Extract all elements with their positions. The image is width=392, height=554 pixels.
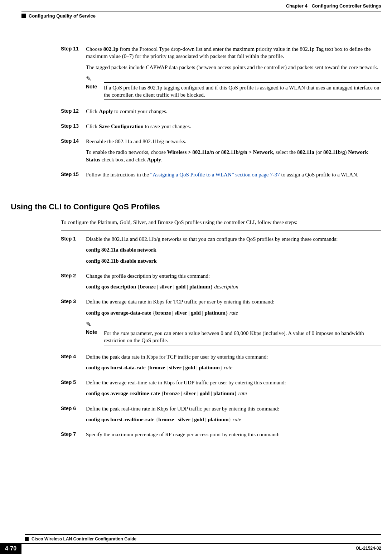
step-row: Step 15Follow the instructions in the “A… bbox=[61, 171, 381, 182]
step-row: Step 11Choose 802.1p from the Protocol T… bbox=[61, 45, 381, 103]
step-row: Step 14Reenable the 802.11a and 802.11b/… bbox=[61, 138, 381, 167]
step-body: Disable the 802.11a and 802.11b/g networ… bbox=[86, 235, 381, 268]
note-pencil-icon: ✎ bbox=[86, 74, 381, 83]
step-paragraph: Reenable the 802.11a and 802.11b/g netwo… bbox=[86, 138, 381, 145]
step-paragraph: Change the profile description by enteri… bbox=[86, 272, 381, 280]
step-paragraph: Disable the 802.11a and 802.11b/g networ… bbox=[86, 235, 381, 243]
step-paragraph: Define the average data rate in Kbps for… bbox=[86, 298, 381, 305]
step-paragraph: Click Save Configuration to save your ch… bbox=[86, 123, 381, 130]
step-body: Click Save Configuration to save your ch… bbox=[86, 123, 381, 133]
step-label: Step 1 bbox=[61, 235, 86, 268]
step-row: Step 7Specify the maximum percentage of … bbox=[61, 431, 381, 442]
page-number: 4-70 bbox=[0, 543, 21, 554]
step-body: Change the profile description by enteri… bbox=[86, 272, 381, 294]
step-paragraph: config 802.11b disable network bbox=[86, 257, 381, 264]
step-label: Step 5 bbox=[61, 379, 86, 401]
chapter-label: Chapter 4 bbox=[286, 3, 308, 9]
step-label: Step 15 bbox=[61, 171, 86, 182]
content-block-b: Step 1Disable the 802.11a and 802.11b/g … bbox=[0, 235, 392, 442]
step-paragraph: The tagged packets include CAPWAP data p… bbox=[86, 64, 381, 71]
step-row: Step 4Define the peak data rate in Kbps … bbox=[61, 353, 381, 375]
section-intro: To configure the Platinum, Gold, Silver,… bbox=[61, 219, 381, 226]
note-block: ✎NoteIf a QoS profile has 802.1p tagging… bbox=[86, 74, 381, 100]
step-label: Step 6 bbox=[61, 405, 86, 427]
step-body: Reenable the 802.11a and 802.11b/g netwo… bbox=[86, 138, 381, 167]
step-paragraph: config qos average-data-rate {bronze | s… bbox=[86, 309, 381, 316]
note-block: ✎NoteFor the rate parameter, you can ent… bbox=[86, 320, 381, 345]
section-end-rule bbox=[61, 187, 381, 187]
step-paragraph: Define the peak data rate in Kbps for TC… bbox=[86, 353, 381, 360]
step-label: Step 13 bbox=[61, 123, 86, 133]
step-paragraph: config qos description {bronze | silver … bbox=[86, 283, 381, 290]
note-rule-bottom bbox=[104, 99, 381, 100]
header-subsection-text: Configuring Quality of Service bbox=[29, 13, 96, 19]
note-rule-bottom bbox=[104, 345, 381, 345]
section-heading: Using the CLI to Configure QoS Profiles bbox=[11, 201, 392, 212]
note-row: NoteIf a QoS profile has 802.1p tagging … bbox=[86, 83, 381, 99]
step-row: Step 6Define the peak real-time rate in … bbox=[61, 405, 381, 427]
step-body: Define the average data rate in Kbps for… bbox=[86, 298, 381, 349]
document-page: Chapter 4 Configuring Controller Setting… bbox=[0, 0, 392, 554]
content-block-a: Step 11Choose 802.1p from the Protocol T… bbox=[0, 20, 392, 187]
step-body: Specify the maximum percentage of RF usa… bbox=[86, 431, 381, 442]
footer-square-icon bbox=[25, 537, 29, 541]
step-paragraph: To enable the radio networks, choose Wir… bbox=[86, 149, 381, 163]
note-row: NoteFor the rate parameter, you can ente… bbox=[86, 328, 381, 345]
step-row: Step 5Define the average real-time rate … bbox=[61, 379, 381, 401]
note-label: Note bbox=[86, 83, 104, 99]
step-body: Define the peak data rate in Kbps for TC… bbox=[86, 353, 381, 375]
step-label: Step 3 bbox=[61, 298, 86, 349]
step-row: Step 12Click Apply to commit your change… bbox=[61, 108, 381, 118]
note-pencil-icon: ✎ bbox=[86, 320, 381, 329]
step-row: Step 1Disable the 802.11a and 802.11b/g … bbox=[61, 235, 381, 268]
footer-doc-id: OL-21524-02 bbox=[356, 545, 381, 551]
section-rule bbox=[61, 230, 381, 230]
note-label: Note bbox=[86, 329, 104, 344]
step-label: Step 4 bbox=[61, 353, 86, 375]
note-text: If a QoS profile has 802.1p tagging conf… bbox=[104, 83, 381, 99]
step-paragraph: config 802.11a disable network bbox=[86, 246, 381, 253]
running-header: Chapter 4 Configuring Controller Setting… bbox=[0, 0, 392, 11]
step-paragraph: Specify the maximum percentage of RF usa… bbox=[86, 431, 381, 438]
step-paragraph: config qos burst-realtime-rate {bronze |… bbox=[86, 416, 381, 423]
step-paragraph: Define the average real-time rate in Kbp… bbox=[86, 379, 381, 386]
header-square-icon bbox=[21, 14, 26, 18]
step-body: Choose 802.1p from the Protocol Type dro… bbox=[86, 45, 381, 103]
step-body: Define the peak real-time rate in Kbps f… bbox=[86, 405, 381, 427]
step-label: Step 12 bbox=[61, 108, 86, 118]
step-paragraph: Click Apply to commit your changes. bbox=[86, 108, 381, 115]
step-row: Step 13Click Save Configuration to save … bbox=[61, 123, 381, 133]
step-body: Define the average real-time rate in Kbp… bbox=[86, 379, 381, 401]
step-paragraph: Define the peak real-time rate in Kbps f… bbox=[86, 405, 381, 412]
step-label: Step 7 bbox=[61, 431, 86, 442]
step-row: Step 3Define the average data rate in Kb… bbox=[61, 298, 381, 349]
step-paragraph: Follow the instructions in the “Assignin… bbox=[86, 171, 381, 178]
step-label: Step 11 bbox=[61, 45, 86, 103]
step-paragraph: Choose 802.1p from the Protocol Type dro… bbox=[86, 45, 381, 60]
chapter-title: Configuring Controller Settings bbox=[312, 3, 381, 9]
footer-book-title: Cisco Wireless LAN Controller Configurat… bbox=[32, 536, 136, 542]
note-text: For the rate parameter, you can enter a … bbox=[104, 329, 381, 344]
page-footer: Cisco Wireless LAN Controller Configurat… bbox=[0, 534, 392, 554]
step-body: Click Apply to commit your changes. bbox=[86, 108, 381, 118]
step-body: Follow the instructions in the “Assignin… bbox=[86, 171, 381, 182]
header-subsection: Configuring Quality of Service bbox=[0, 11, 392, 21]
step-label: Step 14 bbox=[61, 138, 86, 167]
step-paragraph: config qos average-realtime-rate {bronze… bbox=[86, 390, 381, 397]
step-paragraph: config qos burst-data-rate {bronze | sil… bbox=[86, 364, 381, 371]
step-label: Step 2 bbox=[61, 272, 86, 294]
step-row: Step 2Change the profile description by … bbox=[61, 272, 381, 294]
